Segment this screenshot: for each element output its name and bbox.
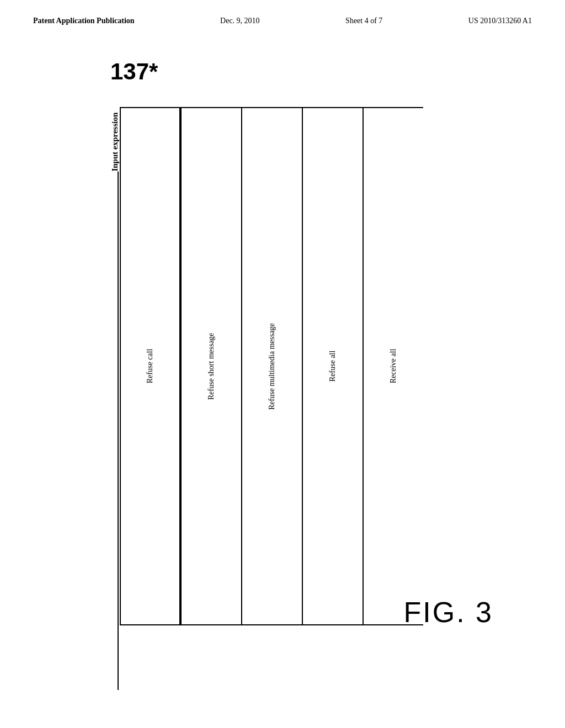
column-refuse-multimedia-message: Refuse multimedia message [241, 107, 302, 625]
fig-caption: FIG. 3 [404, 596, 493, 629]
column-receive-all: Receive all [363, 107, 423, 625]
diagram-container: Input expression Refuse call Refuse shor… [110, 107, 423, 690]
fig-caption-container: FIG. 3 [404, 596, 493, 629]
figure-label: 137* [110, 58, 158, 85]
header-sheet: Sheet 4 of 7 [345, 17, 382, 25]
header-patent-number: US 2010/313260 A1 [468, 17, 532, 25]
main-content: 137* Input expression Refuse call Refuse… [0, 25, 565, 690]
columns-group: Refuse call Refuse short message Refuse … [120, 107, 423, 625]
input-expression-label: Input expression [110, 113, 120, 172]
header-date: Dec. 9, 2010 [220, 17, 260, 25]
header-left: Patent Application Publication [33, 17, 135, 25]
left-border-line [118, 172, 119, 690]
column-refuse-call: Refuse call [120, 107, 180, 625]
page-header: Patent Application Publication Dec. 9, 2… [0, 0, 565, 25]
column-refuse-short-message: Refuse short message [180, 107, 241, 625]
column-refuse-all: Refuse all [302, 107, 363, 625]
left-border-container: Input expression [110, 107, 120, 690]
